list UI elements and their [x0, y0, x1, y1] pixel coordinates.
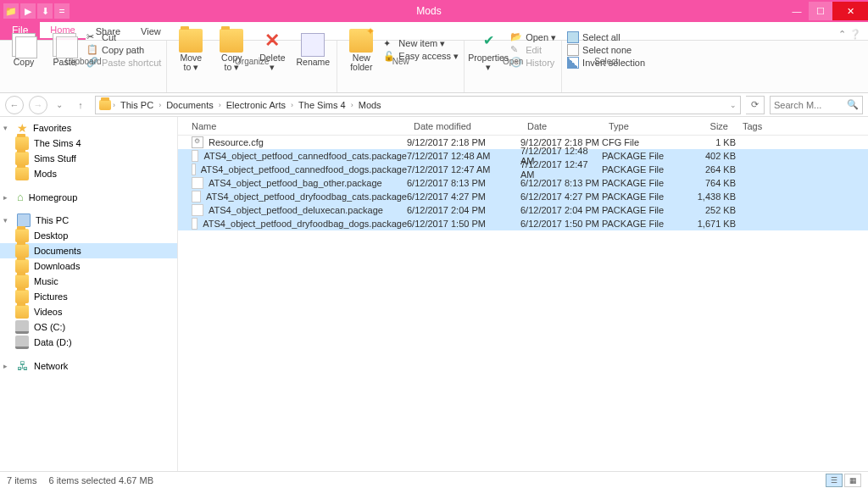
nav-fav-item[interactable]: The Sims 4 — [0, 136, 177, 151]
refresh-button[interactable]: ⟳ — [746, 96, 765, 114]
nav-fav-item[interactable]: Mods — [0, 166, 177, 181]
navigation-pane: ▾★Favorites The Sims 4 Sims Stuff Mods ▸… — [0, 117, 178, 471]
search-box[interactable]: 🔍 — [770, 96, 863, 114]
network-icon: 🖧 — [17, 359, 29, 373]
col-name[interactable]: Name — [178, 121, 407, 131]
crumb-ea[interactable]: Electronic Arts — [223, 100, 289, 110]
chevron-right-icon[interactable]: › — [159, 101, 161, 109]
view-details-button[interactable]: ☰ — [826, 474, 843, 487]
chevron-right-icon[interactable]: › — [351, 101, 353, 109]
folder-icon — [15, 167, 29, 180]
view-large-button[interactable]: ▦ — [844, 474, 861, 487]
window-title: Mods — [73, 5, 785, 17]
select-all-button[interactable]: Select all — [567, 31, 645, 43]
group-clipboard: Copy Paste ✂Cut 📋Copy path 🔗Paste shortc… — [0, 41, 167, 92]
select-none-button[interactable]: Select none — [567, 44, 645, 56]
file-row[interactable]: ATS4_object_petfood_bag_other.package6/1… — [178, 176, 868, 190]
file-icon — [192, 150, 198, 162]
col-type[interactable]: Type — [602, 121, 676, 131]
explorer-icon[interactable]: ▶ — [20, 3, 36, 19]
nav-pc-item[interactable]: Music — [0, 274, 177, 289]
col-tags[interactable]: Tags — [736, 121, 868, 131]
file-type: PACKAGE File — [602, 191, 676, 202]
star-icon: ★ — [17, 121, 28, 135]
file-date: 6/12/2017 1:50 PM — [520, 219, 602, 229]
col-date[interactable]: Date — [520, 121, 602, 131]
sparkle-icon: ✦ — [383, 38, 395, 50]
nav-thispc[interactable]: ▾This PC — [0, 213, 177, 228]
file-type: PACKAGE File — [602, 151, 676, 161]
file-icon — [192, 164, 196, 175]
chevron-right-icon[interactable]: › — [219, 101, 221, 109]
file-name: ATS4_object_petfood_bag_other.package — [209, 178, 382, 188]
new-item-button[interactable]: ✦New item ▾ — [383, 38, 459, 50]
nav-favorites[interactable]: ▾★Favorites — [0, 120, 177, 136]
collapse-icon[interactable]: ▾ — [3, 216, 12, 225]
crumb-sims4[interactable]: The Sims 4 — [295, 100, 349, 110]
folder-icon — [99, 100, 111, 110]
nav-fav-item[interactable]: Sims Stuff — [0, 151, 177, 166]
help-icon[interactable]: ❔ — [849, 29, 861, 40]
file-icon — [192, 204, 203, 216]
qat-customize-icon[interactable]: = — [54, 3, 70, 19]
nav-pc-item[interactable]: Videos — [0, 304, 177, 319]
nav-pc-item[interactable]: Downloads — [0, 258, 177, 274]
collapse-ribbon-icon[interactable]: ⌃ — [838, 29, 846, 40]
edit-button[interactable]: ✎Edit — [510, 44, 556, 56]
nav-network[interactable]: ▸🖧Network — [0, 358, 177, 374]
col-date-modified[interactable]: Date modified — [407, 121, 520, 131]
file-size: 1 KB — [676, 137, 736, 147]
search-input[interactable] — [774, 100, 847, 110]
window-buttons: — ☐ ✕ — [785, 2, 868, 20]
chevron-down-icon[interactable]: ⌄ — [730, 101, 737, 109]
file-date: 7/12/2017 12:47 AM — [520, 159, 602, 180]
file-size: 1,438 KB — [676, 191, 736, 202]
collapse-icon[interactable]: ▾ — [3, 124, 12, 132]
col-size[interactable]: Size — [676, 121, 736, 131]
expand-icon[interactable]: ▸ — [3, 362, 12, 370]
maximize-button[interactable]: ☐ — [809, 2, 832, 20]
search-icon: 🔍 — [847, 99, 859, 110]
file-icon — [192, 136, 203, 148]
folder-icon — [15, 136, 29, 150]
file-row[interactable]: ATS4_object_petfood_dryfoodbag_dogs.pack… — [178, 217, 868, 230]
status-selected: 6 items selected 4.67 MB — [48, 475, 153, 485]
nav-pc-item[interactable]: OS (C:) — [0, 319, 177, 335]
group-label: Organize — [172, 56, 331, 66]
folder-icon[interactable]: 📁 — [3, 3, 19, 19]
nav-back-button[interactable]: ← — [5, 96, 24, 114]
file-row[interactable]: ATS4_object_petfood_cannedfood_dogs.pack… — [178, 163, 868, 176]
nav-pc-item[interactable]: Desktop — [0, 228, 177, 243]
nav-forward-button[interactable]: → — [29, 96, 47, 114]
nav-history-dropdown[interactable]: ⌄ — [53, 100, 66, 109]
drive-icon — [15, 336, 29, 349]
file-type: PACKAGE File — [602, 178, 676, 188]
expand-icon[interactable]: ▸ — [3, 193, 12, 202]
crumb-mods[interactable]: Mods — [355, 100, 385, 110]
copy-path-button[interactable]: 📋Copy path — [86, 44, 161, 56]
nav-pc-item-documents[interactable]: Documents — [0, 243, 177, 258]
nav-homegroup[interactable]: ▸⌂Homegroup — [0, 190, 177, 204]
close-button[interactable]: ✕ — [832, 2, 868, 20]
select-none-icon — [567, 44, 579, 56]
chevron-right-icon[interactable]: › — [291, 101, 293, 109]
open-icon: 📂 — [510, 31, 522, 43]
chevron-right-icon[interactable]: › — [113, 101, 115, 109]
file-size: 264 KB — [676, 164, 736, 175]
crumb-documents[interactable]: Documents — [163, 100, 217, 110]
minimize-button[interactable]: — — [785, 2, 809, 20]
cut-button[interactable]: ✂Cut — [86, 31, 161, 43]
nav-pc-item[interactable]: Data (D:) — [0, 335, 177, 350]
open-button[interactable]: 📂Open ▾ — [510, 31, 556, 43]
nav-pc-item[interactable]: Pictures — [0, 289, 177, 304]
nav-up-button[interactable]: ↑ — [71, 96, 90, 114]
file-name: ATS4_object_petfood_cannedfood_cats.pack… — [203, 151, 407, 161]
file-row[interactable]: ATS4_object_petfood_deluxecan.package6/1… — [178, 203, 868, 217]
file-name: ATS4_object_petfood_dryfoodbag_dogs.pack… — [203, 219, 407, 229]
title-bar: 📁 ▶ ⬇ = Mods — ☐ ✕ — [0, 0, 868, 22]
qat-dropdown-icon[interactable]: ⬇ — [37, 3, 53, 19]
breadcrumb[interactable]: › This PC› Documents› Electronic Arts› T… — [95, 96, 741, 114]
crumb-thispc[interactable]: This PC — [117, 100, 157, 110]
group-new: New folder ✦New item ▾ 🔓Easy access ▾ Ne… — [337, 41, 465, 92]
file-row[interactable]: ATS4_object_petfood_dryfoodbag_cats.pack… — [178, 190, 868, 203]
